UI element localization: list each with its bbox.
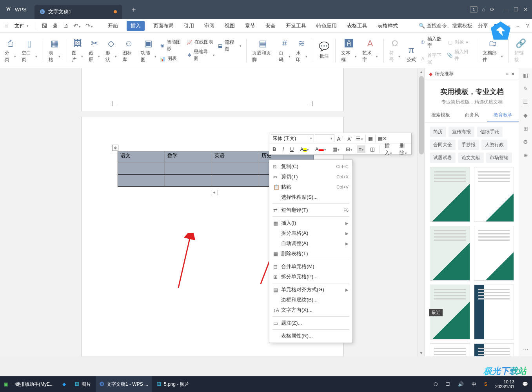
template-thumb[interactable] — [430, 226, 470, 281]
share-button[interactable]: 分享 — [478, 22, 488, 29]
menu-paste-special[interactable]: 选择性粘贴(S)... — [269, 192, 352, 202]
pill-handout[interactable]: 手抄报 — [458, 140, 479, 150]
mindmap-button[interactable]: ❖思维导图▾ — [187, 49, 215, 62]
shapes-button[interactable]: ◇形状▾ — [105, 36, 118, 65]
tray-volume-icon[interactable]: 🔊 — [454, 376, 468, 392]
template-thumb[interactable] — [474, 226, 514, 281]
insert-label[interactable]: 插入▾ — [383, 142, 395, 157]
rail-icon[interactable]: ⊕ — [523, 152, 528, 158]
panel-close-icon[interactable]: ✕ — [511, 71, 515, 77]
tray-notifications-icon[interactable]: 💬 — [518, 376, 532, 392]
tab-developer[interactable]: 开发工具 — [284, 20, 308, 32]
table-cell[interactable]: 数学 — [165, 151, 212, 163]
file-menu[interactable]: 文件▾ — [11, 21, 32, 31]
redo-icon[interactable]: ↷▾ — [84, 22, 94, 30]
alignment-icon[interactable]: ≡▾ — [357, 145, 366, 153]
menu-copy[interactable]: ⎘复制(C)Ctrl+C — [269, 162, 352, 172]
rail-icon[interactable]: ⋯ — [523, 346, 528, 352]
table-button[interactable]: ▦表格▾ — [48, 36, 61, 65]
template-thumb[interactable] — [474, 167, 514, 222]
panel-tab-search[interactable]: 搜索模板 — [425, 109, 456, 122]
table-cell[interactable]: 语文 — [118, 151, 165, 163]
tray-clock[interactable]: 10:13 2023/1/31 — [491, 379, 518, 389]
pill-letter[interactable]: 信纸手账 — [477, 127, 503, 137]
wps-home-tab[interactable]: WPS — [0, 6, 34, 13]
pill-resume[interactable]: 简历 — [430, 127, 446, 137]
font-family-dropdown[interactable]: 宋体 (正文)▾ — [271, 134, 314, 142]
borders-icon[interactable]: ⊞▾ — [344, 145, 354, 153]
panel-tab-edu[interactable]: 教育教学 — [487, 109, 519, 122]
tab-section[interactable]: 章节 — [243, 20, 257, 32]
font-color-icon[interactable]: A▬▾ — [314, 145, 328, 153]
pill-paper[interactable]: 论文文献 — [458, 152, 484, 163]
menu-split-table[interactable]: 拆分表格(A)▶ — [269, 228, 352, 238]
tab-insert[interactable]: 插入 — [127, 21, 145, 31]
menu-cell-align[interactable]: ▤单元格对齐方式(G)▶ — [269, 285, 352, 295]
menu-autofit[interactable]: 自动调整(A)▶ — [269, 238, 352, 249]
header-footer-button[interactable]: ▤页眉和页脚 — [251, 36, 274, 65]
page-break-button[interactable]: ⎙分页▾ — [4, 36, 17, 65]
help-icon[interactable]: ? — [526, 23, 529, 29]
table-move-handle[interactable]: ✥ — [112, 145, 118, 151]
online-chart-button[interactable]: 📈在线图表 — [187, 39, 215, 45]
delete-label[interactable]: 删除▾ — [398, 142, 410, 157]
pill-hr[interactable]: 人资行政 — [481, 140, 507, 150]
sync-icon[interactable]: ⟳ — [490, 6, 495, 13]
pill-marketing[interactable]: 市场营销 — [486, 152, 512, 163]
rail-icon[interactable]: ⊞ — [523, 125, 528, 132]
line-spacing-icon[interactable]: ☰▾ — [354, 135, 365, 142]
skin-icon[interactable]: ⌂ — [482, 6, 485, 13]
formula-button[interactable]: π公式 — [405, 43, 418, 65]
grow-font-icon[interactable]: A+ — [335, 134, 345, 143]
chevron-up-icon[interactable]: ︿ — [516, 22, 521, 29]
blank-page-button[interactable]: ▯空白页▾ — [21, 36, 38, 65]
font-size-dropdown[interactable]: ▾ — [315, 134, 334, 142]
taskbar-app-wps[interactable]: 🅦文字文稿1 - WPS ... — [96, 376, 152, 392]
symbol-button[interactable]: Ω符号▾ — [389, 36, 401, 65]
menu-icon[interactable]: ≡ — [3, 22, 10, 30]
new-tab-button[interactable]: ＋ — [130, 5, 137, 14]
template-thumb[interactable] — [430, 343, 470, 356]
insert-number-button[interactable]: ①插入数字 — [420, 36, 445, 49]
tab-special[interactable]: 特色应用 — [315, 20, 338, 32]
taskbar-app-photos[interactable]: 🖼5.png - 照片 — [153, 376, 193, 392]
watermark-button[interactable]: ≋水印▾ — [295, 36, 308, 65]
save-icon[interactable]: 🖫 — [40, 22, 49, 30]
iconlib-button[interactable]: ☺图标库 — [122, 36, 136, 65]
page-number-button[interactable]: #页码▾ — [278, 36, 291, 65]
taskbar-app-pictures[interactable]: 🖼图片 — [71, 376, 95, 392]
menu-caption[interactable]: ▭题注(Z)... — [269, 318, 352, 328]
taskbar-app-1[interactable]: ▣一键排版助手(MyE... — [0, 376, 58, 392]
tab-reference[interactable]: 引用 — [182, 20, 196, 32]
table-edit-icon[interactable]: ▦ — [367, 135, 374, 142]
menu-paste[interactable]: 📋粘贴Ctrl+V — [269, 182, 352, 192]
chart-button[interactable]: 📊图表 — [160, 55, 184, 62]
rail-icon[interactable]: ☰ — [523, 99, 528, 105]
comment-button[interactable]: 💬批注 — [318, 40, 330, 61]
print-icon[interactable]: 🖶 — [51, 22, 60, 30]
add-row-button[interactable]: + — [211, 190, 218, 195]
highlight-icon[interactable]: A▬▾ — [298, 145, 310, 153]
tab-tabletools[interactable]: 表格工具 — [345, 20, 369, 32]
menu-insert[interactable]: ▦插入(I)▶ — [269, 218, 352, 228]
minimize-button[interactable]: — — [503, 6, 509, 13]
pill-contract[interactable]: 合同大全 — [430, 140, 456, 150]
funcimg-button[interactable]: ▣功能图▾ — [140, 36, 157, 65]
pill-poster[interactable]: 宣传海报 — [448, 127, 474, 137]
bold-button[interactable]: B — [271, 145, 278, 153]
rail-icon[interactable]: ◧ — [523, 72, 528, 78]
panel-menu-icon[interactable]: ≡ — [506, 71, 508, 77]
rail-icon[interactable]: ◆ — [523, 112, 528, 118]
tab-tablestyle[interactable]: 表格样式 — [376, 20, 399, 32]
menu-text-direction[interactable]: ↕A文字方向(X)... — [269, 305, 352, 315]
rail-icon[interactable]: ⚙ — [523, 139, 528, 145]
scroll-down-icon[interactable]: ▼ — [418, 349, 425, 356]
menu-translate[interactable]: ⇄短句翻译(T)F6 — [269, 205, 352, 215]
menu-merge-cells[interactable]: ⊟合并单元格(M) — [269, 261, 352, 272]
menu-split-cells[interactable]: ⊞拆分单元格(P)... — [269, 272, 352, 282]
menu-table-props[interactable]: 表格属性(R)... — [269, 331, 352, 341]
notification-badge[interactable]: 1 — [470, 6, 477, 13]
document-canvas[interactable]: ✥ 语文 数学 英语 历史 + ▲ ▼ — [0, 68, 425, 356]
tab-review[interactable]: 审阅 — [203, 20, 216, 32]
document-tab[interactable]: 🅦 文字文稿1 — [34, 5, 122, 19]
